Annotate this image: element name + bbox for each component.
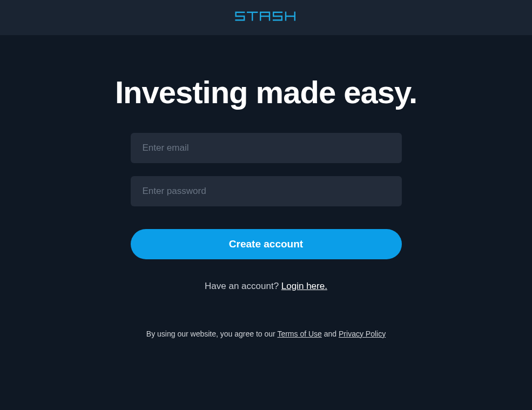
password-field[interactable] — [131, 176, 402, 206]
legal-conjunction: and — [322, 330, 339, 338]
signup-form: Create account — [131, 133, 402, 259]
login-prompt-text: Have an account? — [205, 281, 281, 291]
login-link[interactable]: Login here. — [281, 281, 327, 291]
main-content: Investing made easy. Create account Have… — [0, 35, 532, 338]
legal-text: By using our website, you agree to our T… — [146, 330, 386, 338]
login-prompt: Have an account? Login here. — [205, 281, 327, 292]
email-field[interactable] — [131, 133, 402, 163]
terms-of-use-link[interactable]: Terms of Use — [277, 330, 321, 338]
header-bar — [0, 0, 532, 35]
stash-logo[interactable] — [234, 9, 299, 26]
privacy-policy-link[interactable]: Privacy Policy — [339, 330, 386, 338]
create-account-button[interactable]: Create account — [131, 229, 402, 259]
page-headline: Investing made easy. — [115, 73, 417, 112]
legal-prefix: By using our website, you agree to our — [146, 330, 278, 338]
